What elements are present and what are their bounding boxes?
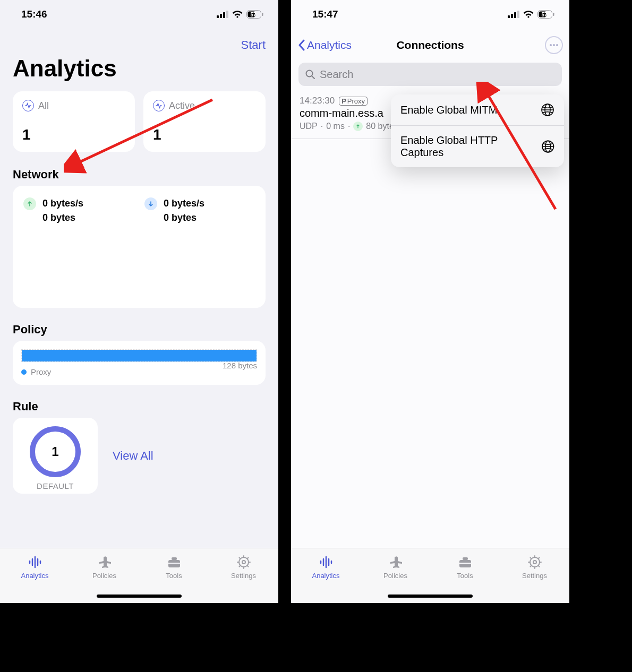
- svg-line-64: [530, 565, 531, 566]
- svg-point-36: [553, 44, 555, 46]
- svg-rect-28: [511, 14, 513, 18]
- svg-point-56: [533, 561, 536, 564]
- svg-rect-30: [517, 11, 519, 18]
- nav-action-row: Start: [0, 29, 278, 55]
- context-menu: Enable Global MITM Enable Global HTTP Ca…: [391, 94, 564, 167]
- svg-rect-3: [226, 11, 228, 18]
- svg-line-26: [239, 565, 240, 566]
- globe-icon: [541, 103, 554, 117]
- ellipsis-icon: [549, 44, 559, 47]
- view-all-button[interactable]: View All: [113, 449, 153, 463]
- screen-analytics: 15:46 57 Start Analytics All 1 Active: [0, 0, 278, 603]
- svg-line-23: [239, 558, 240, 559]
- policy-legend-label: Proxy: [31, 367, 51, 376]
- policy-bytes: 128 bytes: [223, 361, 257, 370]
- start-button[interactable]: Start: [241, 38, 266, 51]
- svg-rect-7: [262, 13, 263, 16]
- svg-point-35: [550, 44, 552, 46]
- section-rule-title: Rule: [0, 394, 278, 418]
- card-all[interactable]: All 1: [13, 91, 135, 152]
- conn-time: 14:23:30: [300, 96, 335, 106]
- svg-rect-54: [459, 563, 471, 564]
- search-icon: [305, 69, 315, 80]
- globe-icon: [541, 140, 555, 153]
- svg-rect-1: [220, 14, 222, 18]
- download-icon: [144, 197, 157, 210]
- tab-analytics[interactable]: Analytics: [0, 554, 70, 580]
- battery-icon: 57: [246, 10, 263, 19]
- card-active-label: Active: [169, 100, 195, 111]
- cellular-icon: [217, 11, 228, 18]
- svg-line-61: [530, 558, 531, 559]
- wifi-icon: [523, 10, 534, 19]
- cellular-icon: [508, 11, 519, 18]
- card-active[interactable]: Active 1: [143, 91, 266, 152]
- plane-icon: [387, 554, 404, 571]
- nav-bar: Analytics Connections: [291, 29, 569, 59]
- svg-rect-29: [514, 12, 516, 18]
- legend-dot-icon: [21, 369, 27, 375]
- rule-label: DEFAULT: [37, 481, 74, 490]
- menu-item-enable-mitm[interactable]: Enable Global MITM: [391, 94, 564, 126]
- svg-line-25: [247, 558, 248, 559]
- section-network-title: Network: [0, 162, 278, 186]
- svg-rect-53: [463, 557, 468, 560]
- svg-rect-16: [168, 563, 180, 564]
- upload-icon: [23, 197, 36, 210]
- tab-policies[interactable]: Policies: [361, 554, 430, 580]
- svg-line-62: [538, 565, 539, 566]
- gear-icon: [526, 554, 543, 571]
- pulse-icon: [22, 100, 34, 111]
- card-all-value: 1: [22, 126, 125, 143]
- svg-rect-27: [508, 15, 510, 18]
- svg-point-38: [306, 71, 313, 77]
- section-policy-title: Policy: [0, 317, 278, 341]
- pulse-icon: [153, 100, 165, 111]
- card-active-value: 1: [153, 126, 256, 143]
- chevron-left-icon: [297, 39, 306, 51]
- card-all-label: All: [38, 100, 49, 111]
- tab-policies[interactable]: Policies: [70, 554, 139, 580]
- back-button[interactable]: Analytics: [297, 39, 352, 51]
- network-card: 0 bytes/s 0 bytes 0 bytes/s 0 bytes: [13, 186, 266, 308]
- svg-line-24: [247, 565, 248, 566]
- rule-donut: 1: [30, 426, 81, 477]
- status-bar: 15:46 57: [0, 0, 278, 29]
- home-indicator: [97, 595, 182, 598]
- gear-icon: [235, 554, 252, 571]
- search-input[interactable]: Search: [298, 63, 562, 86]
- home-indicator: [388, 595, 473, 598]
- network-download: 0 bytes/s 0 bytes: [164, 196, 204, 297]
- svg-rect-0: [217, 15, 219, 18]
- tab-tools[interactable]: Tools: [430, 554, 500, 580]
- svg-rect-2: [223, 12, 225, 18]
- svg-text:57: 57: [541, 12, 548, 18]
- proxy-badge: PProxy: [339, 97, 368, 106]
- battery-icon: 57: [537, 10, 554, 19]
- up-mini-icon: [353, 122, 363, 131]
- tab-bar: Analytics Policies Tools Settings: [0, 548, 278, 603]
- tab-tools[interactable]: Tools: [139, 554, 209, 580]
- status-icons: 57: [217, 10, 263, 19]
- analytics-icon: [27, 554, 44, 571]
- network-upload: 0 bytes/s 0 bytes: [42, 196, 83, 297]
- search-placeholder: Search: [320, 68, 353, 81]
- toolbox-icon: [457, 554, 474, 571]
- status-time: 15:47: [312, 8, 338, 20]
- policy-card[interactable]: Proxy 128 bytes: [13, 341, 266, 385]
- more-button[interactable]: [545, 36, 563, 54]
- tab-settings[interactable]: Settings: [209, 554, 278, 580]
- rule-card-default[interactable]: 1 DEFAULT: [13, 418, 98, 494]
- svg-line-39: [312, 76, 315, 79]
- policy-bar: [22, 350, 257, 361]
- tab-analytics[interactable]: Analytics: [291, 554, 361, 580]
- screen-connections: 15:47 57 Analytics Connections Search 14…: [291, 0, 569, 603]
- analytics-icon: [318, 554, 335, 571]
- plane-icon: [96, 554, 113, 571]
- svg-point-18: [242, 561, 245, 564]
- menu-item-enable-http-captures[interactable]: Enable Global HTTP Captures: [391, 126, 564, 167]
- tab-bar: Analytics Policies Tools Settings: [291, 548, 569, 603]
- tab-settings[interactable]: Settings: [500, 554, 569, 580]
- status-bar: 15:47 57: [291, 0, 569, 29]
- toolbox-icon: [166, 554, 183, 571]
